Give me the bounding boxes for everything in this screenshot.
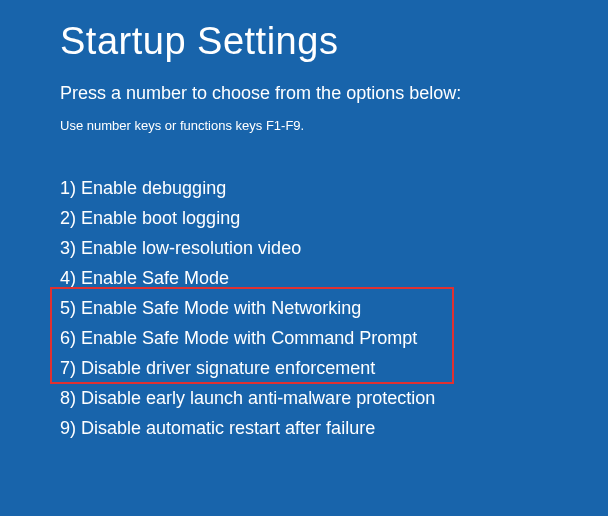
- option-label: Enable debugging: [81, 178, 226, 198]
- option-num: 1: [60, 178, 70, 198]
- option-label: Enable Safe Mode with Command Prompt: [81, 328, 417, 348]
- option-item[interactable]: 2) Enable boot logging: [60, 203, 592, 233]
- page-title: Startup Settings: [60, 20, 592, 63]
- option-label: Disable early launch anti-malware protec…: [81, 388, 435, 408]
- option-item[interactable]: 4) Enable Safe Mode: [60, 263, 592, 293]
- option-num: 3: [60, 238, 70, 258]
- hint-text: Use number keys or functions keys F1-F9.: [60, 118, 592, 133]
- option-num: 7: [60, 358, 70, 378]
- option-label: Enable low-resolution video: [81, 238, 301, 258]
- option-num: 4: [60, 268, 70, 288]
- option-num: 5: [60, 298, 70, 318]
- option-label: Enable Safe Mode with Networking: [81, 298, 361, 318]
- option-label: Enable Safe Mode: [81, 268, 229, 288]
- option-item[interactable]: 3) Enable low-resolution video: [60, 233, 592, 263]
- option-num: 8: [60, 388, 70, 408]
- option-item[interactable]: 5) Enable Safe Mode with Networking: [60, 293, 592, 323]
- instruction-text: Press a number to choose from the option…: [60, 83, 592, 104]
- option-item[interactable]: 8) Disable early launch anti-malware pro…: [60, 383, 592, 413]
- option-item[interactable]: 7) Disable driver signature enforcement: [60, 353, 592, 383]
- option-label: Enable boot logging: [81, 208, 240, 228]
- option-num: 6: [60, 328, 70, 348]
- option-item[interactable]: 9) Disable automatic restart after failu…: [60, 413, 592, 443]
- option-label: Disable driver signature enforcement: [81, 358, 375, 378]
- option-item[interactable]: 6) Enable Safe Mode with Command Prompt: [60, 323, 592, 353]
- option-label: Disable automatic restart after failure: [81, 418, 375, 438]
- option-item[interactable]: 1) Enable debugging: [60, 173, 592, 203]
- options-list: 1) Enable debugging 2) Enable boot loggi…: [60, 173, 592, 443]
- option-num: 9: [60, 418, 70, 438]
- startup-settings-screen: Startup Settings Press a number to choos…: [0, 0, 608, 443]
- option-num: 2: [60, 208, 70, 228]
